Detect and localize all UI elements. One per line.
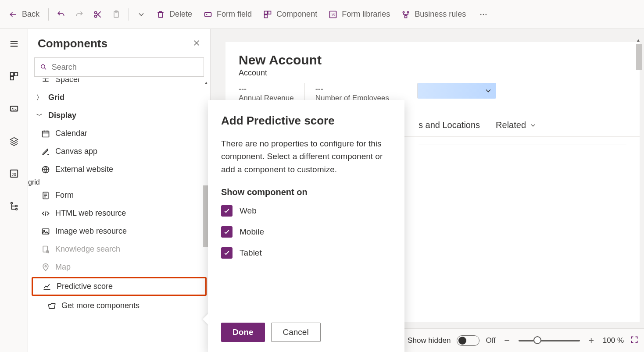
svg-point-15 <box>486 14 487 15</box>
svg-point-24 <box>15 205 17 207</box>
spacer-icon <box>41 78 50 84</box>
tree-item-map[interactable]: Map <box>28 258 210 276</box>
show-hidden-label: Show hidden <box>408 336 451 345</box>
svg-rect-17 <box>14 73 17 76</box>
components-panel: Components Spacer 〉 Grid ﹀ Di <box>28 29 211 352</box>
back-label: Back <box>22 10 39 19</box>
rail-components-button[interactable] <box>5 68 23 85</box>
zoom-out-button[interactable]: − <box>502 335 512 346</box>
js-icon: JS <box>329 10 337 19</box>
tree-item-form[interactable]: Form <box>28 186 210 204</box>
header-field-dropdown[interactable] <box>417 83 496 99</box>
back-button[interactable]: Back <box>4 6 45 22</box>
svg-point-23 <box>11 203 12 204</box>
rail-flow-button[interactable] <box>5 197 23 215</box>
business-rules-button[interactable]: Business rules <box>396 6 471 22</box>
form-field-button[interactable]: Form field <box>198 6 257 22</box>
search-input[interactable] <box>52 63 198 72</box>
zoom-in-button[interactable]: + <box>586 335 597 346</box>
doc-search-icon <box>41 245 50 254</box>
js-box-icon: JS <box>9 169 19 178</box>
check-web[interactable]: Web <box>221 205 391 217</box>
form-libraries-button[interactable]: JS Form libraries <box>323 6 395 22</box>
svg-rect-18 <box>10 77 13 80</box>
tree-item-canvas-app[interactable]: Canvas app <box>28 142 210 160</box>
overflow-caret-button[interactable] <box>132 7 150 22</box>
scroll-up-icon[interactable]: ▲ <box>202 78 210 86</box>
form-section[interactable] <box>419 145 626 311</box>
cancel-button[interactable]: Cancel <box>271 323 321 342</box>
paste-button[interactable] <box>107 7 125 22</box>
panel-title: Components <box>38 37 107 50</box>
tree-group-display[interactable]: ﹀ Display <box>28 107 210 124</box>
arrow-left-icon <box>9 10 18 19</box>
add-component-dialog: Add Predictive score There are no proper… <box>208 100 404 352</box>
check-mobile[interactable]: Mobile <box>221 226 391 238</box>
svg-rect-16 <box>10 73 13 76</box>
hamburger-button[interactable] <box>5 35 23 53</box>
svg-point-13 <box>480 14 482 15</box>
rail-field-button[interactable]: Abc <box>5 100 23 117</box>
checkbox-web[interactable] <box>221 205 233 217</box>
check-tablet[interactable]: Tablet <box>221 247 391 259</box>
scroll-up-icon[interactable]: ▲ <box>636 38 640 43</box>
undo-button[interactable] <box>52 7 70 22</box>
scrollbar-thumb[interactable] <box>636 44 642 70</box>
search-box[interactable] <box>34 57 204 77</box>
tree-item-calendar[interactable]: Calendar <box>28 124 210 142</box>
dialog-pointer <box>203 313 209 325</box>
get-more-components-button[interactable]: Get more components <box>28 297 210 315</box>
map-pin-icon <box>41 263 50 272</box>
chevron-down-icon <box>530 122 537 129</box>
search-icon <box>40 63 47 71</box>
close-icon <box>193 39 200 47</box>
business-rules-label: Business rules <box>415 10 466 19</box>
folder-open-icon <box>47 302 56 310</box>
hamburger-icon <box>9 39 19 49</box>
form-icon <box>41 191 50 200</box>
form-scrollbar[interactable]: ▲ <box>636 38 642 322</box>
tree-item-knowledge-search[interactable]: Knowledge search <box>28 240 210 258</box>
toolbar-separator <box>129 8 129 21</box>
fit-to-screen-button[interactable] <box>630 335 639 346</box>
svg-text:Abc: Abc <box>11 107 17 111</box>
show-on-heading: Show component on <box>221 187 391 197</box>
toggle-state: Off <box>486 336 495 345</box>
components-tree: Spacer 〉 Grid ﹀ Display Calendar Canvas … <box>28 78 210 352</box>
rail-js-button[interactable]: JS <box>5 165 23 182</box>
chart-line-icon <box>43 282 51 291</box>
redo-button[interactable] <box>71 7 88 22</box>
show-hidden-toggle[interactable] <box>457 335 479 346</box>
tree-group-grid[interactable]: 〉 Grid <box>28 89 210 107</box>
zoom-knob[interactable] <box>533 336 541 344</box>
zoom-slider[interactable] <box>519 340 580 341</box>
tab-related[interactable]: Related <box>496 120 537 130</box>
svg-rect-6 <box>268 11 271 14</box>
toggle-knob <box>458 337 466 345</box>
checkbox-mobile[interactable] <box>221 226 233 238</box>
delete-button[interactable]: Delete <box>151 6 197 22</box>
rail-layers-button[interactable] <box>5 132 23 150</box>
svg-point-14 <box>483 14 484 15</box>
flow-icon <box>401 10 410 19</box>
tree-item-predictive-score[interactable]: Predictive score <box>32 277 207 296</box>
panel-close-button[interactable] <box>193 39 200 49</box>
undo-icon <box>57 10 65 19</box>
more-button[interactable] <box>475 7 492 22</box>
tree-item-external-website[interactable]: External website <box>28 160 210 178</box>
tree-item-image-web-resource[interactable]: Image web resource <box>28 222 210 240</box>
globe-icon <box>41 165 50 174</box>
tab-addresses[interactable]: s and Locations <box>419 120 480 130</box>
tree-item-spacer[interactable]: Spacer <box>28 78 210 89</box>
flow-tree-icon <box>9 201 19 211</box>
cut-button[interactable] <box>89 7 107 22</box>
checkbox-tablet[interactable] <box>221 247 233 259</box>
tree-item-html-web-resource[interactable]: HTML web resource <box>28 204 210 222</box>
dialog-title: Add Predictive score <box>221 114 391 128</box>
component-button[interactable]: Component <box>258 6 322 22</box>
svg-point-34 <box>45 265 46 267</box>
done-button[interactable]: Done <box>221 323 265 342</box>
check-icon <box>223 249 230 256</box>
form-field-label: Form field <box>217 10 252 19</box>
svg-rect-7 <box>265 14 268 18</box>
